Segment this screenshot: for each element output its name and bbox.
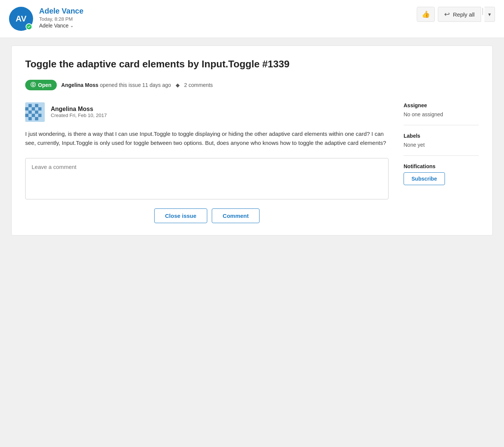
sender-name: Adele Vance	[39, 7, 83, 15]
commenter-date: Created Fri, Feb 10, 2017	[51, 113, 107, 118]
notifications-label: Notifications	[404, 163, 479, 169]
thumbs-up-icon: 👍	[422, 10, 430, 18]
svg-rect-11	[29, 117, 32, 120]
header-actions: 👍 ↩ Reply all | ▾	[417, 7, 495, 22]
svg-rect-8	[25, 114, 29, 117]
sender-time: Today, 8:28 PM	[39, 16, 83, 22]
action-buttons: Close issue Comment	[25, 208, 389, 223]
svg-rect-7	[35, 110, 38, 114]
sender-section: AV Adele Vance Today, 8:28 PM Adele Vanc…	[9, 7, 83, 31]
commenter-name: Angelina Moss	[51, 106, 107, 113]
issue-comments: 2 comments	[184, 82, 213, 88]
svg-rect-9	[32, 114, 35, 117]
chevron-down-icon: ▾	[488, 11, 491, 17]
diamond-icon: ◆	[176, 82, 180, 88]
notifications-section: Notifications Subscribe	[404, 163, 479, 193]
sender-sub: Adele Vance ⌄	[39, 23, 83, 29]
labels-section: Labels None yet	[404, 133, 479, 156]
assignee-value: No one assigned	[404, 111, 479, 117]
issue-title: Toggle the adaptive card elements by Inp…	[25, 58, 479, 71]
close-issue-button[interactable]: Close issue	[154, 208, 207, 223]
issue-body: Angelina Moss Created Fri, Feb 10, 2017 …	[25, 102, 479, 223]
svg-rect-3	[25, 107, 29, 111]
sender-info: Adele Vance Today, 8:28 PM Adele Vance ⌄	[39, 7, 83, 29]
svg-rect-4	[32, 107, 35, 111]
svg-rect-6	[29, 110, 32, 114]
labels-value: None yet	[404, 142, 479, 148]
svg-rect-5	[38, 107, 42, 111]
svg-rect-12	[35, 117, 38, 120]
svg-rect-10	[38, 114, 42, 117]
avatar-wrap: AV	[9, 7, 33, 31]
open-icon: ⓪	[30, 82, 36, 88]
issue-meta-text: Angelina Moss opened this issue 11 days …	[61, 82, 171, 88]
svg-rect-2	[35, 104, 38, 107]
subscribe-button[interactable]: Subscribe	[404, 172, 445, 185]
reply-group: ↩ Reply all | ▾	[438, 7, 495, 22]
thumbs-up-button[interactable]: 👍	[417, 7, 435, 22]
comment-header: Angelina Moss Created Fri, Feb 10, 2017	[25, 102, 389, 122]
reply-dropdown-button[interactable]: ▾	[484, 7, 495, 22]
assignee-section: Assignee No one assigned	[404, 102, 479, 125]
comment-input[interactable]	[25, 158, 389, 199]
labels-label: Labels	[404, 133, 479, 139]
commenter-avatar	[25, 102, 45, 122]
svg-rect-1	[29, 104, 32, 107]
divider: |	[482, 7, 484, 22]
chevron-down-icon: ⌄	[70, 23, 74, 28]
comment-button[interactable]: Comment	[212, 208, 260, 223]
open-badge: ⓪ Open	[25, 80, 57, 90]
issue-meta: ⓪ Open Angelina Moss opened this issue 1…	[25, 80, 479, 90]
reply-all-button[interactable]: ↩ Reply all	[438, 7, 481, 22]
issue-card: Toggle the adaptive card elements by Inp…	[11, 46, 493, 236]
comment-body: I just wondering, is there a way that I …	[25, 129, 389, 147]
issue-main: Angelina Moss Created Fri, Feb 10, 2017 …	[25, 102, 389, 223]
commenter-info: Angelina Moss Created Fri, Feb 10, 2017	[51, 106, 107, 118]
assignee-label: Assignee	[404, 102, 479, 108]
reply-icon: ↩	[444, 10, 450, 18]
issue-sidebar: Assignee No one assigned Labels None yet…	[404, 102, 479, 223]
online-badge	[26, 23, 32, 30]
email-header: AV Adele Vance Today, 8:28 PM Adele Vanc…	[0, 0, 504, 38]
